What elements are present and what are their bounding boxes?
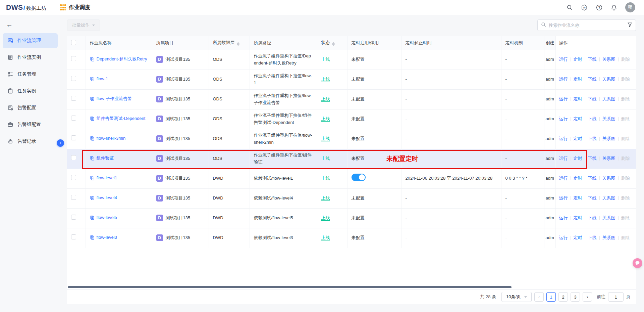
row-checkbox[interactable] [71,234,76,239]
workflow-name-link[interactable]: flow-子作业流告警 [97,95,132,102]
relation-graph-action-link[interactable]: 关系图 [602,76,615,83]
page-button-1[interactable]: 1 [546,292,556,302]
workflow-name-link[interactable]: flow-level3 [97,234,117,241]
schedule-action-link[interactable]: 定时 [574,195,582,202]
offline-action-link[interactable]: 下线 [588,175,597,182]
run-action-link[interactable]: 运行 [559,195,568,202]
sidebar-item-5[interactable]: 告警组配置 [3,117,58,132]
offline-action-link[interactable]: 下线 [588,116,597,122]
row-checkbox[interactable] [71,96,76,101]
delete-action-link[interactable]: 删除 [621,56,630,63]
relation-graph-action-link[interactable]: 关系图 [602,56,615,63]
offline-action-link[interactable]: 下线 [588,234,597,241]
column-header-layer[interactable]: 所属数据层 [209,36,250,50]
sidebar-item-6[interactable]: 告警记录 [3,134,58,149]
offline-action-link[interactable]: 下线 [588,155,597,162]
row-checkbox[interactable] [71,116,76,121]
run-action-link[interactable]: 运行 [559,56,568,63]
schedule-action-link[interactable]: 定时 [574,215,582,221]
offline-action-link[interactable]: 下线 [588,135,597,142]
workflow-name-link[interactable]: flow-level4 [97,194,117,201]
next-page-button[interactable]: › [583,292,592,302]
delete-action-link[interactable]: 删除 [621,175,630,182]
sidebar-item-4[interactable]: 告警配置 [3,100,58,115]
sidebar-collapse-button[interactable]: ‹ [57,139,64,147]
offline-action-link[interactable]: 下线 [588,96,597,102]
delete-action-link[interactable]: 删除 [621,96,630,102]
workflow-name-link[interactable]: flow-shell-3min [97,135,126,142]
schedule-toggle[interactable] [352,174,366,181]
schedule-action-link[interactable]: 定时 [574,234,582,241]
schedule-action-link[interactable]: 定时 [574,175,582,182]
tenant-avatar[interactable]: 租 [625,2,635,12]
relation-graph-action-link[interactable]: 关系图 [602,96,615,102]
schedule-action-link[interactable]: 定时 [574,135,582,142]
row-checkbox[interactable] [71,175,76,180]
help-icon[interactable]: ? [596,4,602,11]
sidebar-item-2[interactable]: 任务管理 [3,67,58,82]
column-header-status[interactable]: 状态 [317,36,347,50]
prev-page-button[interactable]: ‹ [534,292,544,302]
run-action-link[interactable]: 运行 [559,155,568,162]
row-checkbox[interactable] [71,56,76,61]
offline-action-link[interactable]: 下线 [588,195,597,202]
run-action-link[interactable]: 运行 [559,135,568,142]
back-arrow-icon[interactable]: ← [5,20,13,29]
run-action-link[interactable]: 运行 [559,175,568,182]
delete-action-link[interactable]: 删除 [621,234,630,241]
row-checkbox[interactable] [71,215,76,220]
row-checkbox[interactable] [71,155,76,160]
relation-graph-action-link[interactable]: 关系图 [602,215,615,221]
search-input[interactable] [549,23,625,28]
row-checkbox[interactable] [71,195,76,200]
workflow-name-link[interactable]: flow-1 [97,76,108,82]
app-grid-icon[interactable] [60,4,66,10]
horizontal-scrollbar-thumb[interactable] [68,286,512,288]
relation-graph-action-link[interactable]: 关系图 [602,175,615,182]
sidebar-item-0[interactable]: 作业流管理 [3,33,58,48]
page-button-3[interactable]: 3 [571,292,580,302]
row-checkbox[interactable] [71,135,76,140]
schedule-action-link[interactable]: 定时 [574,76,582,83]
floating-assistant-button[interactable] [633,258,642,268]
schedule-action-link[interactable]: 定时 [574,116,582,122]
delete-action-link[interactable]: 删除 [621,155,630,162]
sidebar-item-3[interactable]: 任务实例 [3,84,58,98]
workflow-name-link[interactable]: 组件告警测试-Dependent [97,115,146,122]
sort-icon[interactable] [332,42,335,46]
page-size-select[interactable]: 10条/页 [501,292,532,302]
schedule-action-link[interactable]: 定时 [574,155,582,162]
sort-icon[interactable] [237,42,239,46]
offline-action-link[interactable]: 下线 [588,215,597,221]
schedule-action-link[interactable]: 定时 [574,56,582,63]
schedule-action-link[interactable]: 定时 [574,96,582,102]
select-all-checkbox[interactable] [71,40,76,45]
relation-graph-action-link[interactable]: 关系图 [602,116,615,122]
delete-action-link[interactable]: 删除 [621,116,630,122]
logo[interactable]: DWSi 数据工坊 [6,3,46,11]
relation-graph-action-link[interactable]: 关系图 [602,135,615,142]
offline-action-link[interactable]: 下线 [588,76,597,83]
search-icon[interactable] [566,4,573,11]
run-action-link[interactable]: 运行 [559,116,568,122]
workflow-name-link[interactable]: flow-level5 [97,214,117,221]
workflow-name-link[interactable]: 组件验证 [97,155,114,162]
run-action-link[interactable]: 运行 [559,215,568,221]
page-button-2[interactable]: 2 [558,292,568,302]
batch-operation-button[interactable]: 批量操作 [67,19,100,31]
sidebar-item-1[interactable]: 作业流实例 [3,50,58,65]
row-checkbox[interactable] [71,76,76,81]
filter-funnel-icon[interactable] [627,22,632,29]
relation-graph-action-link[interactable]: 关系图 [602,234,615,241]
relation-graph-action-link[interactable]: 关系图 [602,155,615,162]
relation-graph-action-link[interactable]: 关系图 [602,195,615,202]
workflow-name-link[interactable]: Dependent-超时失败Retry [97,56,147,62]
workflow-name-link[interactable]: flow-level1 [97,175,117,181]
delete-action-link[interactable]: 删除 [621,215,630,221]
run-action-link[interactable]: 运行 [559,76,568,83]
delete-action-link[interactable]: 删除 [621,195,630,202]
run-action-link[interactable]: 运行 [559,234,568,241]
delete-action-link[interactable]: 删除 [621,76,630,83]
offline-action-link[interactable]: 下线 [588,56,597,63]
ai-assistant-icon[interactable]: AI [581,4,588,11]
